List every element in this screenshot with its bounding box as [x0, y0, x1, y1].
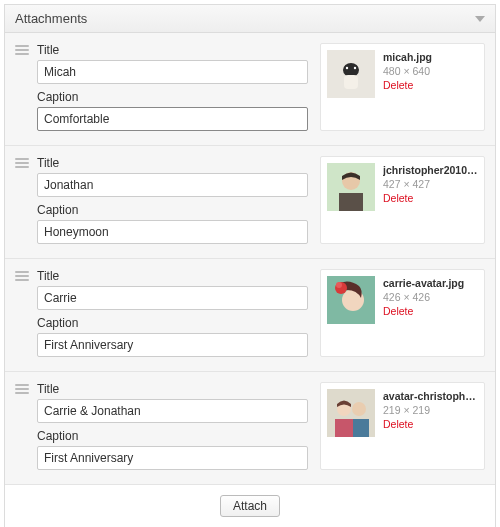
title-label: Title	[37, 269, 308, 283]
caption-label: Caption	[37, 203, 308, 217]
attachments-panel: Attachments TitleCaptionmicah.jpg480 × 6…	[4, 4, 496, 527]
dimensions: 219 × 219	[383, 403, 478, 417]
title-label: Title	[37, 43, 308, 57]
thumbnail	[327, 163, 375, 211]
panel-footer: Attach	[5, 484, 495, 527]
svg-point-3	[346, 67, 348, 69]
filename: jchristopher2010.2.jpg	[383, 163, 478, 177]
svg-rect-2	[344, 75, 358, 89]
drag-handle-icon[interactable]	[15, 271, 29, 281]
delete-link[interactable]: Delete	[383, 78, 478, 92]
caption-label: Caption	[37, 90, 308, 104]
title-input[interactable]	[37, 286, 308, 310]
title-input[interactable]	[37, 173, 308, 197]
svg-rect-15	[335, 419, 353, 437]
panel-title: Attachments	[15, 11, 87, 26]
caption-input[interactable]	[37, 107, 308, 131]
caption-input[interactable]	[37, 333, 308, 357]
delete-link[interactable]: Delete	[383, 191, 478, 205]
filename: micah.jpg	[383, 50, 478, 64]
filename: carrie-avatar.jpg	[383, 276, 478, 290]
attachment-row: TitleCaptioncarrie-avatar.jpg426 × 426De…	[5, 259, 495, 372]
thumbnail	[327, 389, 375, 437]
delete-link[interactable]: Delete	[383, 417, 478, 431]
drag-handle-icon[interactable]	[15, 158, 29, 168]
svg-point-11	[336, 282, 342, 288]
svg-rect-7	[339, 193, 363, 211]
attachment-meta: micah.jpg480 × 640Delete	[320, 43, 485, 131]
dimensions: 427 × 427	[383, 177, 478, 191]
svg-point-1	[343, 63, 359, 77]
attachment-row: TitleCaptionmicah.jpg480 × 640Delete	[5, 33, 495, 146]
thumbnail	[327, 276, 375, 324]
delete-link[interactable]: Delete	[383, 304, 478, 318]
drag-handle-icon[interactable]	[15, 384, 29, 394]
attachment-row: TitleCaptionjchristopher2010.2.jpg427 × …	[5, 146, 495, 259]
panel-header[interactable]: Attachments	[5, 5, 495, 33]
attach-button[interactable]: Attach	[220, 495, 280, 517]
title-label: Title	[37, 382, 308, 396]
dimensions: 480 × 640	[383, 64, 478, 78]
title-input[interactable]	[37, 60, 308, 84]
attachment-meta: avatar-christophers....219 × 219Delete	[320, 382, 485, 470]
filename: avatar-christophers....	[383, 389, 478, 403]
caption-label: Caption	[37, 316, 308, 330]
title-input[interactable]	[37, 399, 308, 423]
attachment-meta: carrie-avatar.jpg426 × 426Delete	[320, 269, 485, 357]
attachments-list: TitleCaptionmicah.jpg480 × 640DeleteTitl…	[5, 33, 495, 484]
caption-input[interactable]	[37, 220, 308, 244]
thumbnail	[327, 50, 375, 98]
caption-input[interactable]	[37, 446, 308, 470]
attachment-meta: jchristopher2010.2.jpg427 × 427Delete	[320, 156, 485, 244]
dimensions: 426 × 426	[383, 290, 478, 304]
svg-point-14	[352, 402, 366, 416]
drag-handle-icon[interactable]	[15, 45, 29, 55]
caption-label: Caption	[37, 429, 308, 443]
title-label: Title	[37, 156, 308, 170]
svg-rect-16	[353, 419, 369, 437]
svg-point-4	[354, 67, 356, 69]
chevron-down-icon[interactable]	[475, 16, 485, 22]
attachment-row: TitleCaptionavatar-christophers....219 ×…	[5, 372, 495, 484]
